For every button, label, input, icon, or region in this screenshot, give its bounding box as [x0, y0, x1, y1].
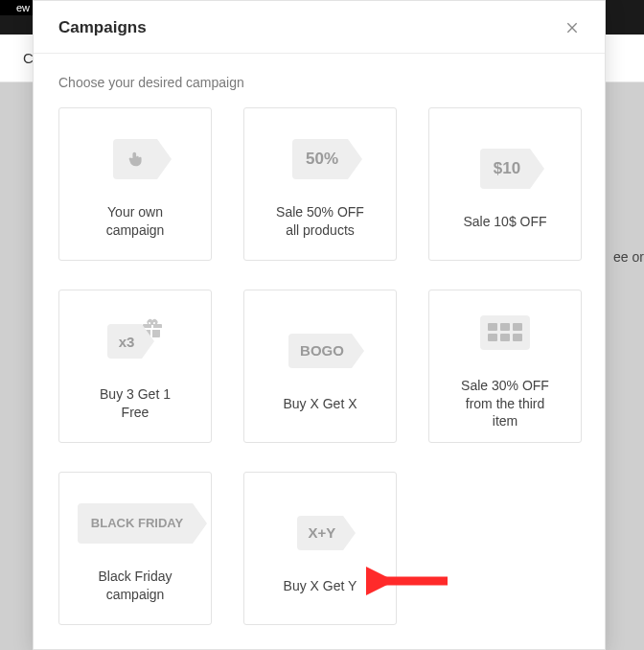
modal-subtitle: Choose your desired campaign [58, 75, 580, 90]
xplusy-tag-icon: X+Y [297, 502, 344, 564]
card-label: Buy X Get X [283, 395, 356, 413]
card-label: Sale 30% OFF from the third item [461, 377, 549, 431]
card-label: Buy 3 Get 1 Free [100, 385, 171, 422]
percent-tag-icon: 50% [292, 128, 348, 190]
card-label: Buy X Get Y [284, 577, 357, 595]
bg-right-text-fragment: ee or [613, 249, 644, 265]
campaign-card-bogo[interactable]: BOGO Buy X Get X [243, 290, 397, 443]
campaign-card-your-own[interactable]: Your own campaign [58, 107, 212, 261]
card-label: Black Friday campaign [98, 568, 172, 604]
campaign-card-buy-x-get-y[interactable]: X+Y Buy X Get Y [243, 472, 397, 625]
bogo-tag-icon: BOGO [288, 320, 352, 382]
campaign-card-sale-50[interactable]: 50% Sale 50% OFF all products [243, 107, 397, 261]
x3-gift-icon: x3 [107, 311, 164, 372]
campaign-card-buy3get1[interactable]: x3 Buy 3 Get 1 Free [58, 290, 212, 443]
bg-top-button-fragment: ew [0, 0, 34, 15]
close-icon [564, 20, 580, 35]
black-friday-tag-icon: BLACK FRIDAY [78, 493, 193, 554]
campaign-card-black-friday[interactable]: BLACK FRIDAY Black Friday campaign [58, 472, 212, 625]
campaign-card-sale-30-third[interactable]: Sale 30% OFF from the third item [428, 290, 582, 443]
card-label: Sale 50% OFF all products [276, 203, 364, 240]
modal-title: Campaigns [58, 18, 147, 37]
card-label: Your own campaign [106, 203, 165, 240]
modal-body: Choose your desired campaign Your own ca… [34, 54, 605, 635]
grid-items-icon [480, 302, 530, 363]
hand-tag-icon [113, 128, 157, 190]
dollar-tag-icon: $10 [480, 138, 530, 199]
card-label: Sale 10$ OFF [463, 213, 546, 231]
campaign-grid: Your own campaign 50% Sale 50% OFF all p… [58, 107, 580, 625]
modal-header: Campaigns [34, 1, 605, 54]
campaigns-modal: Campaigns Choose your desired campaign Y… [33, 0, 606, 650]
campaign-card-sale-10[interactable]: $10 Sale 10$ OFF [428, 107, 582, 261]
close-button[interactable] [561, 16, 584, 39]
